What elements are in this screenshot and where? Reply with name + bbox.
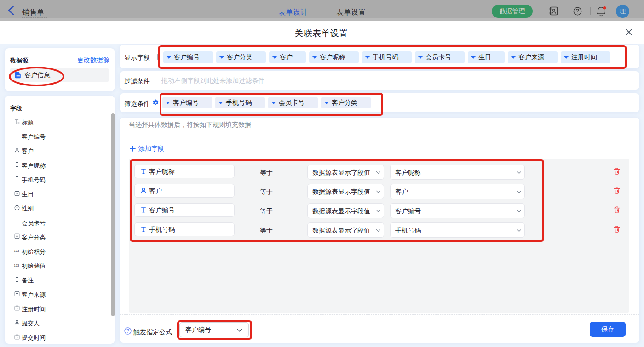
svg-text:123: 123	[14, 264, 19, 267]
svg-text:123: 123	[14, 249, 19, 252]
